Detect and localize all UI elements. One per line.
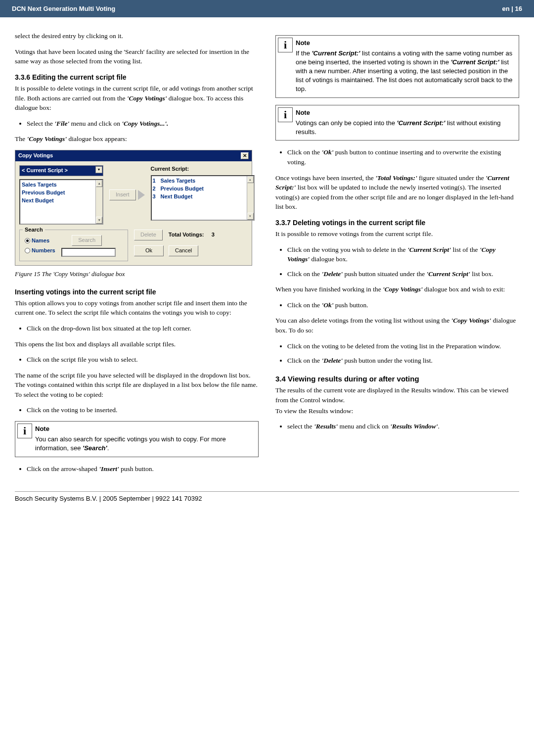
list-item[interactable]: Next Budget — [22, 197, 101, 205]
close-icon[interactable]: ✕ — [241, 152, 249, 159]
figure-caption: Figure 15 The 'Copy Votings' dialogue bo… — [15, 270, 259, 279]
delete-button[interactable]: Delete — [134, 230, 163, 240]
arrow-up-icon[interactable]: ▴ — [247, 176, 254, 183]
list-item[interactable]: 1 — [153, 177, 159, 185]
cancel-button[interactable]: Cancel — [169, 245, 198, 256]
list-item: Click on the arrow-shaped 'Insert' push … — [27, 464, 259, 474]
dialog-row-top: < Current Script > ▼ Sales Targets Previ… — [19, 165, 248, 225]
bullets-finish-ok: Click on the 'Ok' push button. — [275, 300, 519, 310]
heading-336: 3.3.6 Editing the current script file — [15, 72, 259, 82]
list-item: select the 'Results' menu and click on '… — [287, 422, 519, 431]
p-finish: When you have finished working in the 'C… — [275, 284, 519, 294]
search-input[interactable] — [61, 248, 116, 257]
insert-button[interactable]: Insert — [109, 189, 145, 200]
note-title: Note — [296, 39, 514, 47]
note-body: Note You can also search for specific vo… — [34, 422, 258, 457]
list-item: Select the 'File' menu and click on 'Cop… — [27, 119, 259, 129]
page-body: select the desired entry by clicking on … — [0, 17, 534, 484]
bullets-ok-continue: Click on the 'Ok' push button to continu… — [275, 147, 519, 167]
ok-button[interactable]: Ok — [134, 245, 164, 256]
header-bar: DCN Next Generation Multi Voting en | 16 — [0, 0, 534, 17]
radio-names[interactable]: Names — [25, 237, 55, 245]
left-panel: < Current Script > ▼ Sales Targets Previ… — [19, 165, 103, 225]
insert-arrow-column: Insert — [107, 165, 147, 225]
number-column: 1 2 3 — [152, 176, 160, 220]
note-body: Note Votings can only be copied into the… — [295, 105, 519, 141]
arrow-down-icon[interactable]: ▾ — [247, 213, 254, 220]
heading-337: 3.3.7 Deleting votings in the current sc… — [275, 218, 519, 228]
p-opens: This opens the list box and displays all… — [15, 339, 259, 349]
bullets-click-file: Click on the script file you wish to sel… — [15, 355, 259, 365]
list-item: Click on the script file you wish to sel… — [27, 355, 259, 365]
scrollbar[interactable]: ▴ ▾ — [247, 176, 254, 220]
list-item: Click on the 'Delete' push button under … — [287, 356, 519, 366]
dlg-appears: The 'Copy Votings' dialogue box appears: — [15, 134, 259, 144]
heading-34: 3.4 Viewing results during or after voti… — [275, 374, 519, 384]
dialog-titlebar: Copy Votings ✕ — [15, 150, 252, 161]
list-item: Click on the 'Delete' push button situat… — [287, 269, 519, 279]
scrollbar[interactable]: ▴ ▾ — [95, 180, 102, 224]
text-column: Sales Targets Previous Budget Next Budge… — [160, 176, 254, 220]
p-34b: To view the Results window: — [275, 406, 519, 416]
search-legend: Search — [23, 226, 45, 234]
list-item: Click on the voting to be inserted. — [27, 405, 259, 415]
arrow-down-icon[interactable]: ▾ — [96, 217, 102, 224]
p-also-delete: You can also delete votings from the vot… — [275, 316, 519, 335]
dialog-title: Copy Votings — [18, 152, 53, 160]
list-item[interactable]: 2 — [153, 185, 159, 193]
copy-votings-label: 'Copy Votings' — [127, 94, 167, 102]
p-name: The name of the script file you have sel… — [15, 371, 259, 400]
search-fieldset: Search Names Numbers Search — [19, 230, 128, 261]
bullets-336: Select the 'File' menu and click on 'Cop… — [15, 119, 259, 129]
left-column: select the desired entry by clicking on … — [15, 31, 259, 479]
bullets-arrow-insert: Click on the arrow-shaped 'Insert' push … — [15, 464, 259, 474]
dialog-row-bottom: Search Names Numbers Search — [19, 230, 248, 261]
p-insert: This option allows you to copy votings f… — [15, 298, 259, 318]
copy-votings-dialog: Copy Votings ✕ < Current Script > ▼ Sale… — [15, 150, 252, 266]
list-item[interactable]: Previous Budget — [161, 185, 253, 193]
note-box-search: i Note You can also search for specific … — [15, 421, 259, 457]
p-once-inserted: Once votings have been inserted, the 'To… — [275, 173, 519, 212]
current-script-listbox[interactable]: 1 2 3 Sales Targets Previous Budget Next… — [151, 175, 255, 221]
list-item: Click on the drop-down list box situated… — [27, 324, 259, 333]
note-box-copy-restriction: i Note Votings can only be copied into t… — [275, 105, 519, 141]
arrow-up-icon[interactable]: ▴ — [96, 180, 102, 187]
radio-numbers[interactable]: Numbers — [25, 247, 55, 255]
note-body: Note If the 'Current Script:' list conta… — [295, 36, 519, 97]
bullets-also-delete: Click on the voting to be deleted from t… — [275, 341, 519, 366]
source-listbox[interactable]: Sales Targets Previous Budget Next Budge… — [19, 179, 103, 225]
header-right: en | 16 — [502, 5, 523, 12]
total-votings-label: Total Votings: 3 — [169, 231, 215, 239]
list-item[interactable]: Sales Targets — [22, 181, 101, 189]
right-panel: Current Script: 1 2 3 Sales Targets Prev… — [151, 165, 255, 221]
current-script-label: Current Script: — [151, 165, 255, 173]
script-selector[interactable]: < Current Script > ▼ — [19, 165, 103, 176]
p-337: It is possible to remove votings from th… — [275, 229, 519, 239]
search-button[interactable]: Search — [72, 235, 102, 246]
list-item: Click on the 'Ok' push button. — [287, 300, 519, 310]
bullets-337: Click on the voting you wish to delete i… — [275, 245, 519, 279]
total-votings-value: 3 — [212, 232, 215, 237]
info-icon: i — [278, 107, 293, 122]
note-title: Note — [296, 108, 514, 117]
arrow-right-icon — [138, 190, 145, 200]
header-left: DCN Next Generation Multi Voting — [12, 5, 115, 12]
chevron-down-icon[interactable]: ▼ — [95, 166, 102, 173]
dialog-body: < Current Script > ▼ Sales Targets Previ… — [15, 161, 252, 265]
p-34: The results of the current vote are disp… — [275, 385, 519, 405]
info-icon: i — [278, 38, 293, 52]
right-column: i Note If the 'Current Script:' list con… — [275, 31, 519, 479]
list-item[interactable]: Previous Budget — [22, 189, 101, 197]
list-item[interactable]: Sales Targets — [161, 177, 253, 185]
list-item[interactable]: Next Budget — [161, 193, 253, 201]
note-box-current-script: i Note If the 'Current Script:' list con… — [275, 35, 519, 98]
list-item: Click on the voting you wish to delete i… — [287, 245, 519, 264]
bullets-34: select the 'Results' menu and click on '… — [275, 422, 519, 431]
note-title: Note — [35, 425, 253, 433]
list-item[interactable]: 3 — [153, 193, 159, 201]
ok-cancel-row: Ok Cancel — [134, 245, 248, 256]
intro-select: select the desired entry by clicking on … — [15, 31, 259, 41]
bullets-click-voting: Click on the voting to be inserted. — [15, 405, 259, 415]
list-item: Click on the voting to be deleted from t… — [287, 341, 519, 351]
heading-inserting: Inserting votings into the current scrip… — [15, 287, 259, 297]
